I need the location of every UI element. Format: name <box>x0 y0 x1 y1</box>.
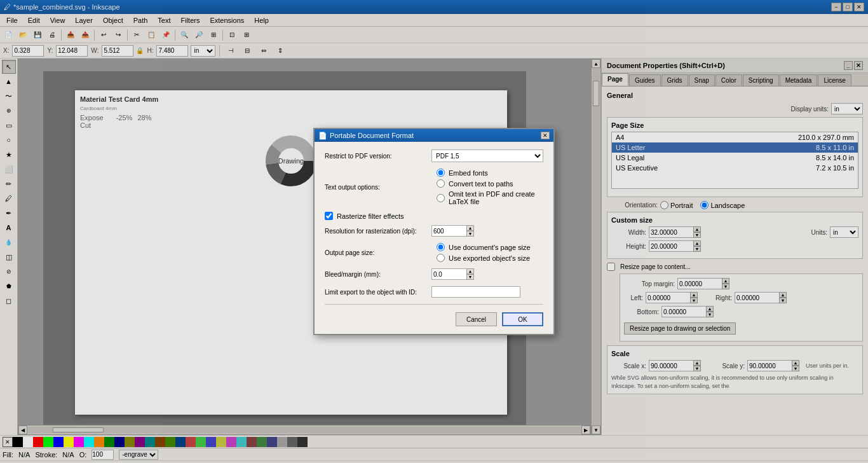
text-options-label: Text output options: <box>325 184 426 191</box>
embed-fonts-label[interactable]: Embed fonts <box>437 169 543 177</box>
dialog-icon: 📄 <box>318 132 327 140</box>
dialog-overlay: 📄 Portable Document Format ✕ Restrict to… <box>0 0 868 463</box>
restrict-label: Restrict to PDF version: <box>325 153 426 160</box>
omit-text-radio[interactable] <box>437 194 445 202</box>
bleed-row: Bleed/margin (mm): ▲ ▼ <box>325 268 543 280</box>
rasterize-checkbox[interactable] <box>325 212 333 220</box>
rasterize-label: Rasterize filter effects <box>337 212 404 220</box>
limit-export-row: Limit export to the object with ID: <box>325 286 543 298</box>
dialog-title-bar: 📄 Portable Document Format ✕ <box>315 129 553 142</box>
dialog-close-button[interactable]: ✕ <box>541 132 550 139</box>
use-document-text: Use document's page size <box>449 244 531 251</box>
bleed-spinner[interactable]: ▲ ▼ <box>431 268 474 280</box>
dialog-buttons: Cancel OK <box>325 312 543 326</box>
dialog-content: Restrict to PDF version: PDF 1.4 PDF 1.5… <box>315 142 553 334</box>
omit-text-text: Omit text in PDF and create LaTeX file <box>449 190 543 205</box>
use-exported-text: Use exported object's size <box>449 254 530 262</box>
resolution-input[interactable] <box>431 225 466 237</box>
cancel-button[interactable]: Cancel <box>456 312 497 326</box>
limit-label: Limit export to the object with ID: <box>325 289 426 296</box>
omit-text-label[interactable]: Omit text in PDF and create LaTeX file <box>437 190 543 205</box>
ok-button[interactable]: OK <box>502 312 543 326</box>
resolution-up[interactable]: ▲ <box>466 225 474 231</box>
embed-fonts-radio[interactable] <box>437 169 445 177</box>
output-page-group: Use document's page size Use exported ob… <box>437 243 531 262</box>
use-exported-radio[interactable] <box>437 254 445 262</box>
convert-paths-text: Convert text to paths <box>449 180 513 188</box>
restrict-select[interactable]: PDF 1.4 PDF 1.5 PDF 1.6 PDF 1.7 <box>431 149 543 162</box>
text-options-group: Embed fonts Convert text to paths Omit t… <box>437 169 543 205</box>
bleed-down[interactable]: ▼ <box>466 274 474 280</box>
dialog-divider <box>325 304 543 305</box>
embed-fonts-text: Embed fonts <box>449 169 488 177</box>
pdf-export-dialog: 📄 Portable Document Format ✕ Restrict to… <box>313 128 555 335</box>
output-page-label: Output page size: <box>325 249 426 256</box>
resolution-label: Resolution for rasterization (dpi): <box>325 228 426 235</box>
resolution-down[interactable]: ▼ <box>466 231 474 237</box>
rasterize-row: Rasterize filter effects <box>325 212 543 220</box>
convert-paths-radio[interactable] <box>437 179 445 188</box>
restrict-row: Restrict to PDF version: PDF 1.4 PDF 1.5… <box>325 149 543 162</box>
convert-paths-label[interactable]: Convert text to paths <box>437 179 543 188</box>
use-document-label[interactable]: Use document's page size <box>437 243 531 251</box>
bleed-label: Bleed/margin (mm): <box>325 271 426 278</box>
output-page-row: Output page size: Use document's page si… <box>325 243 543 262</box>
bleed-input[interactable] <box>431 268 466 280</box>
resolution-row: Resolution for rasterization (dpi): ▲ ▼ <box>325 225 543 237</box>
use-document-radio[interactable] <box>437 243 445 251</box>
resolution-spinner[interactable]: ▲ ▼ <box>431 225 474 237</box>
dialog-title: Portable Document Format <box>330 132 414 139</box>
text-options-row: Text output options: Embed fonts Convert… <box>325 169 543 205</box>
bleed-up[interactable]: ▲ <box>466 268 474 274</box>
use-exported-label[interactable]: Use exported object's size <box>437 254 531 262</box>
limit-input[interactable] <box>431 286 520 298</box>
dialog-title-wrapper: 📄 Portable Document Format <box>318 132 414 140</box>
